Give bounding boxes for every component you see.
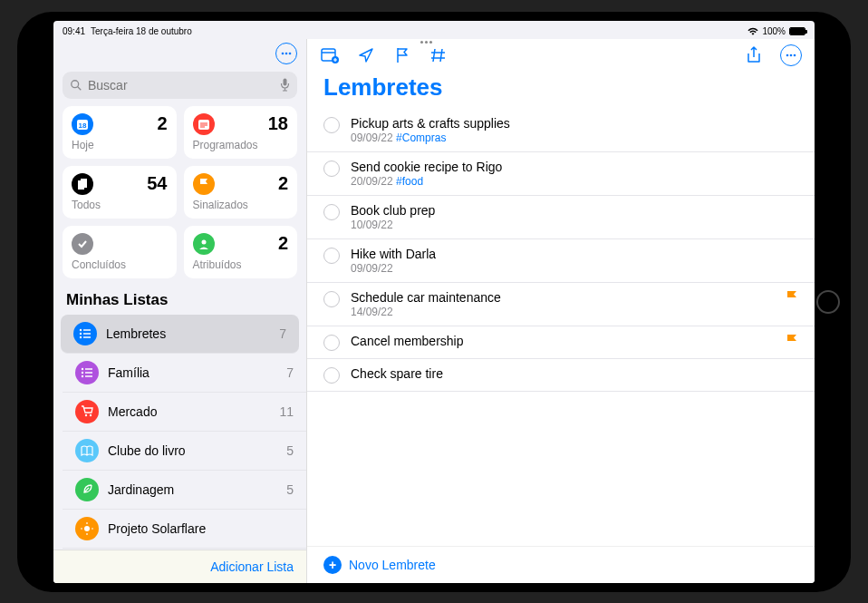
reminder-row[interactable]: Hike with Darla 09/09/22	[307, 239, 815, 283]
reminder-sub: 10/09/22	[351, 219, 798, 231]
tag[interactable]: #Compras	[396, 131, 446, 144]
smart-count: 2	[157, 113, 167, 134]
list-item[interactable]: Projeto Solarflare	[63, 510, 306, 549]
svg-point-35	[786, 53, 789, 56]
share-icon[interactable]	[744, 45, 764, 65]
reminder-checkbox[interactable]	[323, 160, 340, 177]
smart-card-atribuídos[interactable]: 2 Atribuídos	[184, 226, 298, 278]
smart-label: Sinalizados	[193, 199, 289, 211]
reminder-title: Pickup arts & crafts supplies	[351, 116, 798, 131]
list-name: Clube do livro	[108, 443, 277, 458]
status-date: Terça-feira 18 de outubro	[91, 26, 192, 36]
leaf-icon	[75, 478, 99, 501]
completed-icon	[72, 233, 93, 255]
wifi-icon	[747, 27, 758, 36]
content-more-button[interactable]	[780, 44, 802, 66]
lists-header: Minhas Listas	[53, 287, 306, 315]
smart-count: 18	[268, 113, 288, 134]
smart-count: 2	[278, 233, 288, 254]
list-item[interactable]: Clube do livro 5	[63, 432, 306, 471]
svg-point-27	[84, 526, 90, 531]
reminder-title: Send cookie recipe to Rigo	[351, 160, 798, 174]
reminder-checkbox[interactable]	[323, 291, 340, 307]
list-count: 11	[279, 404, 294, 419]
smart-card-hoje[interactable]: 18 2 Hoje	[63, 106, 177, 159]
grabber-icon[interactable]	[420, 41, 448, 44]
svg-point-21	[82, 371, 83, 373]
flag-icon[interactable]	[392, 45, 412, 65]
plus-icon[interactable]: +	[323, 556, 342, 574]
search-input[interactable]	[63, 72, 297, 99]
svg-point-23	[82, 374, 83, 376]
smart-card-programados[interactable]: 18 Programados	[184, 106, 298, 159]
reminder-row[interactable]: Pickup arts & crafts supplies 09/09/22 #…	[307, 109, 815, 152]
calendar-badge-icon[interactable]	[320, 45, 340, 65]
svg-point-19	[82, 367, 83, 369]
reminder-checkbox[interactable]	[323, 248, 340, 264]
reminder-checkbox[interactable]	[323, 367, 340, 384]
svg-point-26	[90, 414, 92, 416]
reminder-sub: 14/09/22	[351, 306, 775, 318]
sun-icon	[75, 517, 99, 540]
reminder-checkbox[interactable]	[323, 117, 340, 133]
mic-icon[interactable]	[280, 78, 290, 92]
smart-label: Todos	[72, 199, 168, 211]
flag-icon	[786, 290, 798, 305]
location-icon[interactable]	[356, 45, 376, 65]
svg-point-1	[285, 52, 288, 54]
reminder-checkbox[interactable]	[323, 204, 340, 220]
toolbar	[307, 39, 815, 72]
svg-point-3	[72, 80, 79, 87]
battery-icon	[789, 27, 805, 35]
add-list-button[interactable]: Adicionar Lista	[210, 559, 294, 574]
svg-point-13	[80, 328, 82, 330]
list-name: Jardinagem	[108, 482, 277, 497]
reminder-title: Book club prep	[351, 203, 798, 218]
list-item[interactable]: Jardinagem 5	[63, 471, 306, 510]
svg-point-25	[85, 414, 87, 416]
reminder-checkbox[interactable]	[323, 335, 340, 351]
smart-card-concluídos[interactable]: Concluídos	[63, 226, 177, 278]
svg-line-4	[78, 86, 82, 90]
svg-rect-5	[284, 79, 287, 86]
reminder-sub: 20/09/22 #food	[351, 175, 798, 188]
tag[interactable]: #food	[396, 175, 423, 188]
reminder-row[interactable]: Check spare tire	[307, 359, 815, 392]
reminder-row[interactable]: Cancel membership	[307, 326, 815, 359]
svg-point-12	[201, 239, 206, 244]
list-item[interactable]: Família 7	[63, 354, 306, 393]
list-icon	[75, 361, 99, 384]
scheduled-icon	[193, 113, 215, 135]
list-count: 5	[286, 482, 294, 497]
list-count: 7	[279, 326, 286, 341]
cart-icon	[75, 400, 99, 423]
content-title: Lembretes	[307, 72, 815, 109]
new-reminder-button[interactable]: Novo Lembrete	[349, 558, 436, 572]
reminder-row[interactable]: Schedule car maintenance 14/09/22	[307, 283, 815, 326]
sidebar: 18 2 Hoje 18 Programados 54 Todos 2 Sina…	[53, 39, 307, 583]
more-button[interactable]	[275, 43, 297, 64]
reminder-row[interactable]: Send cookie recipe to Rigo 20/09/22 #foo…	[307, 152, 815, 196]
list-item[interactable]: Mercado 11	[63, 393, 306, 432]
smart-card-sinalizados[interactable]: 2 Sinalizados	[184, 166, 298, 219]
smart-card-todos[interactable]: 54 Todos	[63, 166, 177, 219]
list-count: 7	[286, 365, 294, 380]
smart-label: Programados	[193, 139, 289, 151]
reminder-title: Cancel membership	[351, 334, 775, 348]
today-icon: 18	[72, 113, 93, 135]
reminder-title: Hike with Darla	[351, 247, 798, 261]
smart-label: Hoje	[72, 139, 168, 151]
svg-point-2	[289, 52, 292, 54]
svg-point-15	[80, 332, 82, 334]
battery-percent: 100%	[762, 26, 786, 36]
list-count: 5	[286, 443, 294, 458]
smart-count: 2	[278, 173, 288, 194]
smart-label: Concluídos	[72, 258, 168, 271]
svg-point-17	[80, 336, 82, 337]
hashtag-icon[interactable]	[429, 45, 448, 65]
svg-text:18: 18	[79, 122, 87, 130]
home-button[interactable]	[816, 290, 840, 314]
reminder-row[interactable]: Book club prep 10/09/22	[307, 196, 815, 239]
content-pane: Lembretes Pickup arts & crafts supplies …	[307, 39, 815, 583]
list-item[interactable]: Lembretes 7	[61, 315, 299, 354]
